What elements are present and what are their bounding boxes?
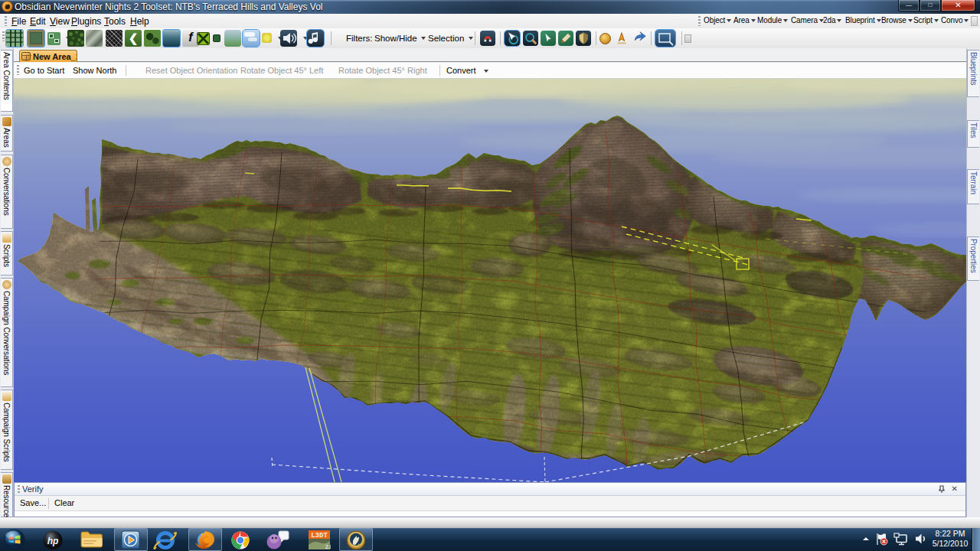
svg-text:L3DT: L3DT [311, 532, 328, 540]
svg-text:hp: hp [47, 536, 59, 546]
svg-text:2.8: 2.8 [325, 544, 331, 549]
